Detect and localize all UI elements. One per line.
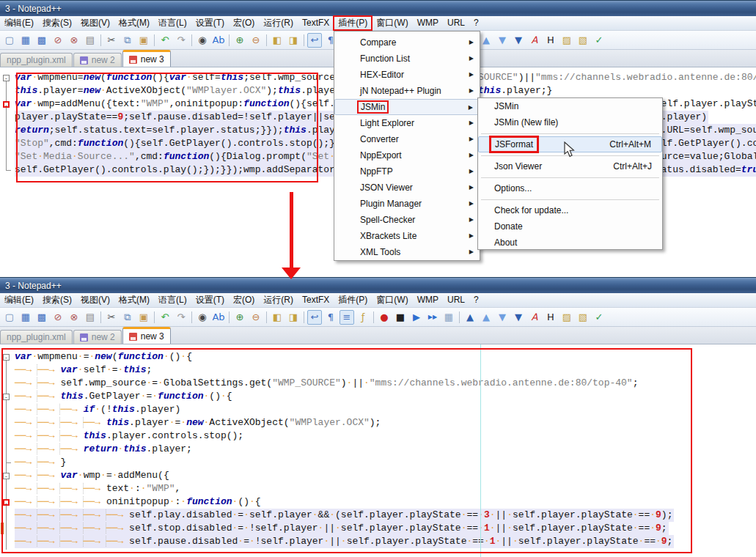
- fold-collapse-box[interactable]: -: [3, 354, 10, 361]
- fold-collapse-box[interactable]: -: [3, 75, 10, 81]
- menubar-item-macro[interactable]: 宏(O): [229, 293, 259, 307]
- code-line[interactable]: ──→ ──→ }: [12, 456, 756, 469]
- menubar-item-settings[interactable]: 设置(T): [191, 16, 229, 30]
- tab-npp-plugin-xml[interactable]: npp_plugin.xml: [0, 330, 73, 344]
- code-line[interactable]: ──→ ──→ ──→ ──→ ──→ self.stop.disabled·=…: [12, 522, 756, 535]
- close-button[interactable]: ⊘: [51, 310, 65, 325]
- plugins-menu-item-plugin-manager[interactable]: Plugin Manager▶: [334, 196, 480, 212]
- menubar-item-language[interactable]: 语言(L): [154, 293, 191, 307]
- unfold-current-button[interactable]: ▼: [495, 310, 510, 325]
- unfold-current-button[interactable]: ▼: [495, 33, 510, 48]
- tab-npp-plugin-xml[interactable]: npp_plugin.xml: [0, 53, 73, 67]
- code-line[interactable]: ──→ ──→ ──→ ──→ ──→ self.play.disabled·=…: [12, 509, 756, 522]
- menubar-item-edit[interactable]: 编辑(E): [0, 16, 38, 30]
- replace-button[interactable]: Ab: [211, 33, 226, 48]
- fold-collapse-box[interactable]: -: [3, 473, 10, 479]
- plugins-menu-item-jn-notepad-plugin[interactable]: jN Notepad++ Plugin▶: [334, 83, 480, 99]
- sync-horizontal-button[interactable]: ◨: [286, 33, 301, 48]
- menubar-item-edit[interactable]: 编辑(E): [0, 293, 38, 307]
- code-line[interactable]: ──→ ──→ ──→ ──→ ──→ self.pause.disabled·…: [12, 535, 756, 548]
- menubar-item-search[interactable]: 搜索(S): [38, 293, 76, 307]
- link-folder-button[interactable]: ▧: [576, 310, 590, 325]
- zoom-in-button[interactable]: ⊕: [232, 33, 247, 48]
- export-pdf-button[interactable]: A: [527, 310, 542, 325]
- menubar-item-wmp[interactable]: WMP: [413, 293, 443, 307]
- menubar-item-settings[interactable]: 设置(T): [191, 293, 229, 307]
- menubar-item-run[interactable]: 运行(R): [259, 16, 298, 30]
- export-pdf-button[interactable]: A: [527, 33, 542, 48]
- code-line[interactable]: ──→ ──→ ──→ if·(!this.player): [12, 403, 756, 416]
- plugins-menu-item-spell-checker[interactable]: Spell-Checker▶: [334, 212, 480, 228]
- plugins-menu-item-nppexport[interactable]: NppExport▶: [334, 147, 480, 163]
- collapse-all-button[interactable]: ▲: [463, 310, 477, 325]
- jsmin-submenu-item-json-viewer[interactable]: Json ViewerCtrl+Alt+J: [478, 158, 662, 174]
- plugins-menu-item-light-explorer[interactable]: Light Explorer▶: [334, 115, 480, 131]
- tab-new-2[interactable]: new 2: [73, 53, 122, 67]
- undo-button[interactable]: ↶: [158, 310, 172, 325]
- menubar-item-run[interactable]: 运行(R): [259, 293, 298, 307]
- macro-record-button[interactable]: ●: [377, 310, 392, 325]
- code-line[interactable]: ──→ ──→ ──→ return·this.player;: [12, 443, 756, 456]
- menubar-item-search[interactable]: 搜索(S): [38, 16, 76, 30]
- expand-all-button[interactable]: ▼: [511, 33, 526, 48]
- find-button[interactable]: ◉: [195, 33, 210, 48]
- close-button[interactable]: ⊘: [51, 33, 65, 48]
- cut-button[interactable]: ✂: [104, 310, 119, 325]
- code-line[interactable]: ──→ ──→ ──→ ──→ oninitpopup·:·function·(…: [12, 495, 756, 509]
- editor-after[interactable]: ----var·wmpmenu·=·new(function·()·{──→ ─…: [0, 344, 756, 557]
- spell-check-button[interactable]: ✓: [592, 310, 606, 325]
- menubar-item-language[interactable]: 语言(L): [154, 16, 191, 30]
- show-all-characters-button[interactable]: ¶: [323, 310, 338, 325]
- tab-new-3[interactable]: new 3: [122, 50, 171, 67]
- macro-run-multiple-button[interactable]: ▶▶: [425, 310, 440, 325]
- fold-current-button[interactable]: ▲: [479, 310, 493, 325]
- jsmin-submenu-item-about[interactable]: About: [478, 235, 662, 251]
- expand-all-button[interactable]: ▼: [511, 310, 526, 325]
- plugins-menu-item-nppftp[interactable]: NppFTP▶: [334, 163, 480, 180]
- jsmin-submenu-item-jsmin-new-file[interactable]: JSMin (New file): [478, 114, 662, 130]
- menubar-item-plugins[interactable]: 插件(P): [334, 16, 372, 30]
- redo-button[interactable]: ↷: [174, 33, 188, 48]
- fold-collapse-box-highlighted[interactable]: -: [3, 499, 10, 506]
- plugins-menu-item-jsmin[interactable]: JSMin▶: [334, 99, 480, 115]
- function-list-button[interactable]: ƒ: [356, 310, 370, 325]
- link-folder-button[interactable]: ▧: [576, 33, 590, 48]
- menubar-item-wmp[interactable]: WMP: [413, 16, 443, 30]
- save-button[interactable]: ▦: [18, 33, 33, 48]
- menubar-item-textfx[interactable]: TextFX: [298, 293, 334, 307]
- macro-stop-button[interactable]: ■: [393, 310, 408, 325]
- menubar-item-window[interactable]: 窗口(W): [372, 293, 412, 307]
- menubar-item-url[interactable]: URL: [443, 293, 469, 307]
- menubar-item-url[interactable]: URL: [443, 16, 469, 30]
- macro-play-button[interactable]: ▶: [409, 310, 424, 325]
- jsmin-submenu-item-options[interactable]: Options...: [478, 180, 662, 196]
- undo-button[interactable]: ↶: [158, 33, 172, 48]
- zoom-out-button[interactable]: ⊖: [249, 33, 263, 48]
- code-line[interactable]: ──→ ──→ ──→ ──→ text·:·"WMP",: [12, 482, 756, 495]
- tab-new-2[interactable]: new 2: [73, 330, 122, 344]
- plugins-menu-item-xbrackets-lite[interactable]: XBrackets Lite▶: [334, 228, 480, 244]
- copy-button[interactable]: ⧉: [120, 33, 135, 48]
- plugins-menu-item-compare[interactable]: Compare▶: [334, 34, 480, 51]
- spell-check-button[interactable]: ✓: [592, 33, 606, 48]
- code-line[interactable]: ──→ ──→ ──→ ──→ this.player·=·new·Active…: [12, 416, 756, 429]
- jsmin-submenu-item-jsmin[interactable]: JSMin: [478, 98, 662, 114]
- code-line[interactable]: var·wmpmenu·=·new(function·()·{: [12, 350, 756, 364]
- code-line[interactable]: ──→ ──→ var·self·=·this;: [12, 364, 756, 377]
- zoom-out-button[interactable]: ⊖: [249, 310, 263, 325]
- find-button[interactable]: ◉: [195, 310, 210, 325]
- code-line[interactable]: ──→ ──→ self.wmp_source·=·GlobalSettings…: [12, 377, 756, 390]
- save-button[interactable]: ▦: [18, 310, 33, 325]
- fold-collapse-box-highlighted[interactable]: -: [3, 101, 10, 108]
- jsmin-submenu-item-check-for-update[interactable]: Check for update...: [478, 202, 662, 218]
- code-line[interactable]: ──→ ──→ this.GetPlayer·=·function·()·{: [12, 390, 756, 403]
- close-all-button[interactable]: ⊗: [67, 310, 81, 325]
- export-html-button[interactable]: H: [543, 310, 558, 325]
- copy-button[interactable]: ⧉: [120, 310, 135, 325]
- menubar-item-format[interactable]: 格式(M): [114, 16, 154, 30]
- open-folder-button[interactable]: ▨: [559, 33, 574, 48]
- cut-button[interactable]: ✂: [104, 33, 119, 48]
- plugins-menu-item-converter[interactable]: Converter▶: [334, 131, 480, 147]
- new-file-button[interactable]: ▢: [2, 310, 17, 325]
- menubar-item-format[interactable]: 格式(M): [114, 293, 154, 307]
